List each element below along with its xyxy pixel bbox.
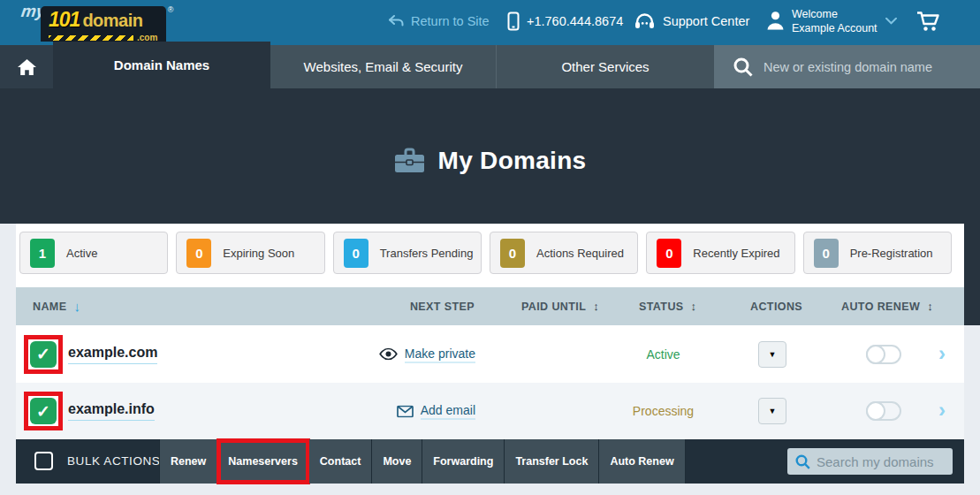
domains-panel: 1 Active 0 Expiring Soon 0 Transfers Pen… [16, 224, 964, 484]
bulk-actions-label: BULK ACTIONS [67, 439, 160, 484]
tab-domain-names[interactable]: Domain Names [53, 42, 270, 88]
column-auto-renew[interactable]: AUTO RENEW ↕ [841, 287, 933, 325]
next-step-link[interactable]: Add email [397, 403, 475, 420]
status-badge: Active [599, 347, 727, 362]
headset-icon [634, 12, 655, 30]
count-badge: 0 [657, 239, 681, 268]
count-badge: 0 [814, 239, 839, 268]
toggle-knob [866, 345, 885, 364]
domain-search [714, 45, 980, 88]
content-area: 1 Active 0 Expiring Soon 0 Transfers Pen… [0, 224, 980, 495]
nameservers-button[interactable]: Nameservers [217, 439, 309, 484]
top-bar: my ® 101 domain .com Return to Site [0, 0, 980, 42]
column-status-label: STATUS [639, 301, 684, 313]
annotation-box: ✓ [24, 392, 63, 430]
return-to-site-label: Return to Site [411, 14, 490, 28]
card-pre-registration[interactable]: 0 Pre-Registration [803, 232, 952, 274]
hero-section: My Domains [0, 88, 980, 224]
welcome-label: Welcome [792, 7, 838, 19]
my-domains-search-input[interactable] [817, 454, 953, 469]
count-badge: 0 [186, 239, 211, 268]
transfer-lock-button[interactable]: Transfer Lock [505, 439, 599, 484]
sort-desc-icon[interactable]: ↓ [73, 299, 80, 314]
search-icon [733, 57, 753, 77]
bulk-buttons: Renew Nameservers Contact Move Forwardin… [159, 439, 686, 484]
tab-domain-names-label: Domain Names [114, 57, 209, 72]
summary-cards-row: 1 Active 0 Expiring Soon 0 Transfers Pen… [16, 224, 964, 287]
row-expand-chevron[interactable]: › [938, 342, 946, 363]
card-label: Active [66, 247, 97, 260]
briefcase-icon [394, 147, 425, 174]
card-actions-required[interactable]: 0 Actions Required [490, 232, 638, 274]
column-status[interactable]: STATUS ↕ [639, 287, 696, 325]
column-name[interactable]: NAME ↓ [33, 287, 80, 325]
column-next-step-label: NEXT STEP [410, 301, 475, 313]
card-label: Actions Required [536, 247, 624, 260]
chevron-down-icon [885, 18, 897, 25]
renew-button[interactable]: Renew [159, 439, 217, 484]
mobile-phone-icon [507, 11, 520, 31]
phone-link[interactable]: +1.760.444.8674 [507, 11, 623, 31]
auto-renew-toggle[interactable] [866, 345, 901, 364]
column-next-step: NEXT STEP [410, 287, 475, 325]
home-tab[interactable] [0, 45, 53, 88]
row-expand-chevron[interactable]: › [938, 400, 946, 421]
row-checkbox-checked[interactable]: ✓ [30, 341, 57, 368]
next-step-link[interactable]: Make private [379, 346, 475, 362]
right-dark-strip [964, 224, 980, 325]
bulk-select-checkbox[interactable] [34, 452, 53, 470]
domain-link[interactable]: example.info [68, 401, 155, 421]
phone-number: +1.760.444.8674 [527, 14, 623, 28]
logo-text-101: 101 [49, 8, 80, 32]
logo-text-domain: domain [82, 11, 142, 31]
tab-websites-email-security[interactable]: Websites, Email & Security [270, 45, 496, 88]
support-center-link[interactable]: Support Center [634, 12, 749, 30]
return-to-site-link[interactable]: Return to Site [389, 14, 490, 28]
column-paid-until[interactable]: PAID UNTIL ↕ [521, 287, 599, 325]
count-badge: 0 [344, 239, 368, 268]
row-checkbox-checked[interactable]: ✓ [30, 398, 57, 424]
site-logo[interactable]: my ® 101 domain .com [21, 2, 189, 41]
checkmark-icon: ✓ [36, 344, 50, 364]
tab-other-services[interactable]: Other Services [496, 45, 714, 88]
domain-link[interactable]: example.com [68, 345, 157, 364]
card-active[interactable]: 1 Active [19, 232, 168, 274]
logo-stripes [49, 35, 133, 41]
card-transfers-pending[interactable]: 0 Transfers Pending [333, 232, 482, 274]
search-icon [795, 454, 810, 469]
actions-dropdown[interactable]: ▼ [758, 341, 786, 368]
toggle-knob [866, 401, 885, 421]
sort-both-icon[interactable]: ↕ [691, 300, 697, 313]
page-title: My Domains [438, 147, 587, 175]
eye-icon [379, 348, 398, 361]
contact-button[interactable]: Contact [309, 439, 373, 484]
main-nav: Domain Names Websites, Email & Security … [0, 42, 980, 88]
auto-renew-toggle[interactable] [866, 401, 901, 421]
table-header: NAME ↓ NEXT STEP PAID UNTIL ↕ STATUS ↕ A… [16, 287, 964, 325]
actions-dropdown[interactable]: ▼ [758, 398, 786, 424]
card-label: Pre-Registration [850, 247, 933, 260]
account-menu[interactable]: Welcome Example Account [767, 6, 897, 35]
my-domains-search [787, 448, 953, 475]
account-name: Example Account [792, 22, 877, 34]
column-actions: ACTIONS [750, 287, 802, 325]
user-icon [767, 11, 784, 30]
forwarding-button[interactable]: Forwarding [422, 439, 505, 484]
support-center-label: Support Center [663, 14, 749, 28]
return-arrow-icon [389, 15, 404, 27]
domain-search-input[interactable] [763, 60, 980, 74]
card-recently-expired[interactable]: 0 Recently Expired [646, 232, 794, 274]
column-actions-label: ACTIONS [750, 301, 802, 313]
annotation-box: ✓ [24, 335, 63, 374]
status-badge: Processing [599, 404, 727, 418]
sort-both-icon[interactable]: ↕ [927, 300, 933, 313]
auto-renew-button[interactable]: Auto Renew [599, 439, 685, 484]
cart-button[interactable] [916, 11, 941, 32]
bulk-actions-bar: BULK ACTIONS Renew Nameservers Contact M… [16, 439, 964, 484]
sort-both-icon[interactable]: ↕ [593, 300, 599, 313]
card-expiring-soon[interactable]: 0 Expiring Soon [176, 232, 324, 274]
tab-websites-email-security-label: Websites, Email & Security [304, 59, 463, 74]
move-button[interactable]: Move [372, 439, 422, 484]
count-badge: 1 [30, 239, 55, 268]
tab-other-services-label: Other Services [561, 59, 649, 74]
